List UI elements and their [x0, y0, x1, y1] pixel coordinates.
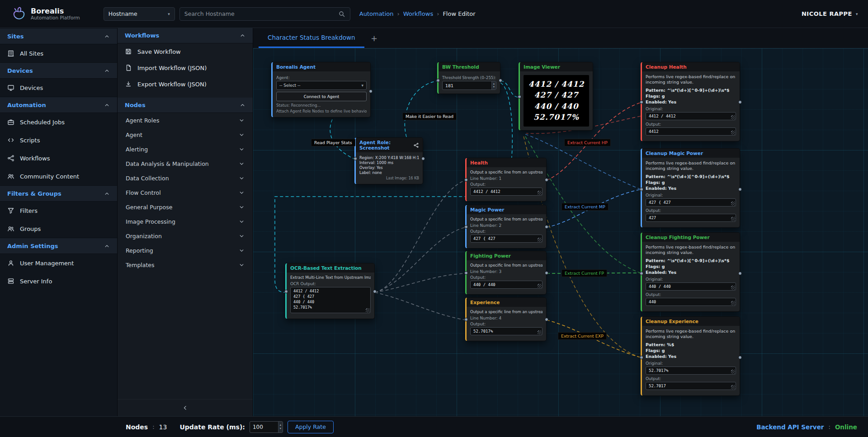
node-header[interactable]: Cleanup Fighting Power — [642, 233, 740, 242]
output-value-box[interactable]: 4412 — [646, 127, 736, 136]
output-port[interactable] — [545, 225, 548, 229]
threshold-input[interactable]: 181 ▴▾ — [442, 81, 496, 90]
flow-edge[interactable] — [500, 81, 519, 97]
node-header[interactable]: BW Threshold — [439, 62, 500, 71]
sidebar-item-workflows[interactable]: Workflows — [0, 149, 117, 167]
node-category-alerting[interactable]: Alerting — [118, 142, 253, 156]
spinner-down-icon[interactable]: ▾ — [493, 85, 495, 89]
node-header[interactable]: Agent Role: Screenshot — [356, 138, 423, 152]
hostname-search[interactable] — [179, 7, 350, 21]
section-header-sites[interactable]: Sites — [0, 28, 117, 44]
node-header[interactable]: Cleanup Magic Power — [642, 149, 740, 158]
flow-canvas[interactable]: Borealis Agent Agent: -- Select -- ▾ Con… — [253, 48, 868, 416]
node-header[interactable]: Magic Power — [467, 205, 546, 214]
collapse-panel-button[interactable] — [118, 399, 253, 416]
original-value-box[interactable]: 427 { 427 — [646, 198, 736, 207]
input-port[interactable] — [640, 100, 643, 104]
node-cleanup-fighting-power[interactable]: Cleanup Fighting Power Performs live reg… — [641, 232, 740, 312]
node-category-templates[interactable]: Templates — [118, 258, 253, 272]
section-header-admin-settings[interactable]: Admin Settings — [0, 238, 117, 254]
node-header[interactable]: Image Viewer — [520, 62, 593, 71]
number-spinner[interactable]: ▴▾ — [278, 422, 283, 432]
input-port[interactable] — [640, 188, 643, 191]
node-fighting-power[interactable]: Fighting Power Output a specific line fr… — [465, 251, 547, 295]
node-category-image-processing[interactable]: Image Processing — [118, 214, 253, 229]
input-port[interactable] — [464, 225, 468, 229]
node-health[interactable]: Health Output a specific line from an up… — [465, 158, 547, 202]
section-header-devices[interactable]: Devices — [0, 62, 117, 79]
flow-edge[interactable] — [375, 227, 465, 292]
output-port[interactable] — [369, 89, 373, 93]
node-category-organization[interactable]: Organization — [118, 229, 253, 243]
output-port[interactable] — [499, 79, 502, 82]
output-value-box[interactable]: 440 / 440 — [470, 281, 542, 289]
section-header-filters-groups[interactable]: Filters & Groups — [0, 185, 117, 202]
output-port[interactable] — [545, 271, 548, 275]
output-port[interactable] — [373, 290, 377, 293]
input-port[interactable] — [436, 79, 440, 82]
flow-edge[interactable] — [375, 273, 465, 292]
node-category-general-purpose[interactable]: General Purpose — [118, 200, 253, 214]
input-port[interactable] — [464, 271, 468, 275]
output-value-box[interactable]: 427 — [646, 214, 736, 222]
node-borealis-agent[interactable]: Borealis Agent Agent: -- Select -- ▾ Con… — [271, 62, 371, 117]
tab-character-status-breakdown[interactable]: Character Status Breakdown — [259, 28, 364, 48]
search-input[interactable] — [184, 10, 338, 17]
original-value-box[interactable]: 52.7017% — [646, 367, 736, 375]
node-category-reporting[interactable]: Reporting — [118, 243, 253, 258]
input-port[interactable] — [354, 157, 357, 160]
flow-edge[interactable] — [375, 180, 465, 292]
hostname-selector[interactable]: Hostname ▾ — [104, 7, 175, 21]
sidebar-item-devices[interactable]: Devices — [0, 79, 117, 97]
input-port[interactable] — [518, 95, 521, 99]
node-image-viewer[interactable]: Image Viewer 4412 / 4412 427 / 427 440 /… — [519, 62, 593, 131]
nodes-panel-header[interactable]: Nodes — [118, 98, 253, 113]
node-cleanup-magic-power[interactable]: Cleanup Magic Power Performs live regex-… — [641, 148, 740, 228]
node-category-agent[interactable]: Agent — [118, 127, 253, 142]
node-header[interactable]: Fighting Power — [467, 251, 546, 260]
sidebar-item-server-info[interactable]: Server Info — [0, 272, 117, 290]
number-spinner[interactable]: ▴▾ — [491, 81, 496, 89]
output-port[interactable] — [545, 318, 548, 321]
node-cleanup-health[interactable]: Cleanup Health Performs live regex-based… — [641, 62, 740, 141]
export-workflow-button[interactable]: Export Workflow (JSON) — [118, 76, 253, 92]
node-ocr-text-extraction[interactable]: OCR-Based Text Extraction Extract Multi-… — [285, 263, 375, 319]
connect-to-agent-button[interactable]: Connect to Agent — [276, 92, 367, 101]
original-value-box[interactable]: 440 / 440 — [646, 282, 736, 291]
add-tab-button[interactable]: + — [364, 28, 384, 48]
breadcrumb-automation[interactable]: Automation — [359, 10, 394, 17]
agent-select[interactable]: -- Select -- ▾ — [276, 81, 367, 90]
node-category-data-analysis[interactable]: Data Analysis & Manipulation — [118, 156, 253, 171]
sidebar-item-filters[interactable]: Filters — [0, 202, 117, 220]
output-value-box[interactable]: 4412 / 4412 — [470, 188, 542, 196]
node-header[interactable]: Cleanup Experience — [642, 317, 740, 326]
node-category-agent-roles[interactable]: Agent Roles — [118, 113, 253, 127]
sidebar-item-user-management[interactable]: User Management — [0, 254, 117, 272]
node-header[interactable]: Health — [467, 158, 546, 167]
import-workflow-button[interactable]: Import Workflow (JSON) — [118, 60, 253, 76]
sidebar-item-scripts[interactable]: Scripts — [0, 131, 117, 149]
input-port[interactable] — [464, 178, 468, 182]
section-header-automation[interactable]: Automation — [0, 97, 117, 113]
node-experience[interactable]: Experience Output a specific line from a… — [465, 297, 547, 341]
node-header[interactable]: Cleanup Health — [642, 62, 740, 71]
update-rate-input[interactable]: 100 ▴▾ — [250, 421, 283, 433]
breadcrumb-workflows[interactable]: Workflows — [403, 10, 433, 17]
node-header[interactable]: Borealis Agent — [273, 62, 370, 71]
node-agent-role-screenshot[interactable]: Agent Role: Screenshot Region: X:200 Y:4… — [354, 137, 423, 184]
flow-edge[interactable] — [375, 292, 465, 320]
node-header[interactable]: OCR-Based Text Extraction — [287, 263, 374, 273]
original-value-box[interactable]: 4412 / 4412 — [646, 112, 736, 120]
share-icon[interactable] — [413, 142, 419, 148]
node-magic-power[interactable]: Magic Power Output a specific line from … — [465, 205, 547, 249]
save-workflow-button[interactable]: Save Workflow — [118, 43, 253, 60]
output-port[interactable] — [545, 178, 548, 182]
sidebar-item-scheduled-jobs[interactable]: Scheduled Jobs — [0, 113, 117, 131]
node-header[interactable]: Experience — [467, 298, 546, 307]
input-port[interactable] — [464, 318, 468, 321]
output-value-box[interactable]: 440 — [646, 298, 736, 306]
output-port[interactable] — [738, 356, 742, 359]
ocr-output-box[interactable]: 4412 / 4412 427 { 427 440 / 440 52.7017% — [290, 287, 371, 313]
output-port[interactable] — [738, 272, 742, 275]
sidebar-item-all-sites[interactable]: All Sites — [0, 44, 117, 62]
